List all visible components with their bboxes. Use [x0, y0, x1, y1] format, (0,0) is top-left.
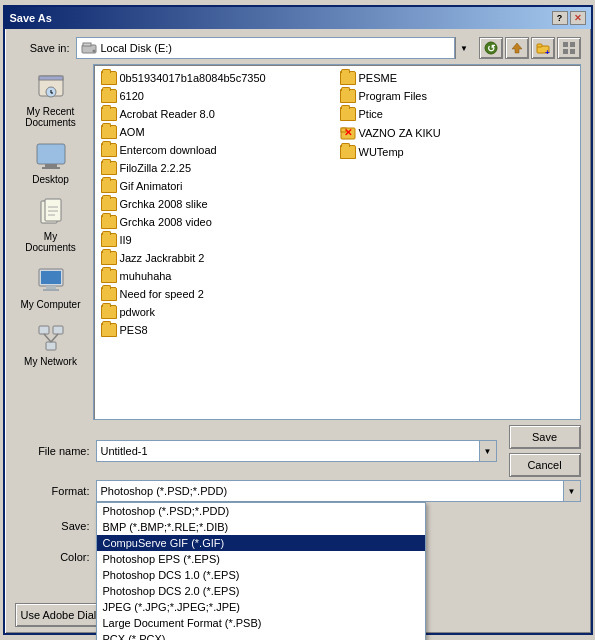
folder-icon	[101, 233, 117, 247]
svg-rect-29	[43, 289, 59, 291]
dropdown-item[interactable]: Photoshop DCS 2.0 (*.EPS)	[97, 583, 425, 599]
sidebar-item-desktop[interactable]: Desktop	[17, 136, 85, 189]
toolbar-buttons: ↺ +	[479, 37, 581, 59]
file-grid: 0b51934017b1a8084b5c7350 6120 Acrobat Re…	[98, 69, 576, 339]
svg-rect-9	[570, 42, 575, 47]
main-area: My Recent Documents Desktop My Documents	[15, 64, 581, 420]
computer-icon	[35, 265, 67, 297]
svg-point-1	[92, 50, 95, 53]
up-button[interactable]	[505, 37, 529, 59]
dropdown-item[interactable]: JPEG (*.JPG;*.JPEG;*.JPE)	[97, 599, 425, 615]
list-item[interactable]: Need for speed 2	[98, 285, 337, 303]
svg-rect-18	[37, 144, 65, 164]
svg-rect-13	[39, 76, 63, 80]
save-button[interactable]: Save	[509, 425, 581, 449]
help-button[interactable]: ?	[552, 11, 568, 25]
new-folder-button[interactable]: +	[531, 37, 555, 59]
sidebar-item-documents[interactable]: My Documents	[17, 193, 85, 257]
list-item[interactable]: AOM	[98, 123, 337, 141]
format-dropdown[interactable]: Photoshop (*.PSD;*.PDD) BMP (*.BMP;*.RLE…	[96, 502, 426, 640]
list-item[interactable]: Gif Animatori	[98, 177, 337, 195]
format-dropdown-container: Photoshop (*.PSD;*.PDD) ▼ Photoshop (*.P…	[96, 480, 581, 502]
folder-icon	[101, 287, 117, 301]
folder-icon	[101, 89, 117, 103]
save-cancel-buttons: Save Cancel	[509, 425, 581, 477]
folder-icon	[340, 71, 356, 85]
filename-arrow[interactable]: ▼	[479, 440, 497, 462]
list-item[interactable]: Grchka 2008 slike	[98, 195, 337, 213]
save-checkboxes-label: Save:	[15, 520, 90, 532]
filename-input[interactable]: Untitled-1	[96, 440, 479, 462]
save-in-arrow[interactable]: ▼	[455, 37, 473, 59]
svg-rect-6	[537, 44, 542, 47]
sidebar: My Recent Documents Desktop My Documents	[15, 64, 87, 420]
list-item[interactable]: 0b51934017b1a8084b5c7350	[98, 69, 337, 87]
svg-rect-11	[570, 49, 575, 54]
list-item[interactable]: FiloZilla 2.2.25	[98, 159, 337, 177]
list-item[interactable]: PES8	[98, 321, 337, 339]
close-button[interactable]: ✕	[570, 11, 586, 25]
list-item[interactable]: Ptice	[337, 105, 576, 123]
list-item[interactable]: pdwork	[98, 303, 337, 321]
folder-icon	[340, 89, 356, 103]
views-button[interactable]	[557, 37, 581, 59]
cancel-button[interactable]: Cancel	[509, 453, 581, 477]
back-button[interactable]: ↺	[479, 37, 503, 59]
list-item[interactable]: muhuhaha	[98, 267, 337, 285]
svg-rect-28	[46, 286, 56, 289]
sidebar-label-network: My Network	[24, 356, 77, 367]
desktop-icon	[35, 140, 67, 172]
filename-combo: Untitled-1 ▼	[96, 440, 497, 462]
save-in-combo[interactable]: Local Disk (E:)	[76, 37, 455, 59]
list-item[interactable]: Acrobat Reader 8.0	[98, 105, 337, 123]
list-item[interactable]: PESME	[337, 69, 576, 87]
list-item[interactable]: II9	[98, 231, 337, 249]
folder-icon	[101, 197, 117, 211]
list-item[interactable]: WUTemp	[337, 143, 576, 161]
drive-icon	[81, 40, 97, 56]
title-bar-buttons: ? ✕	[552, 11, 586, 25]
svg-text:+: +	[545, 48, 550, 55]
format-input[interactable]: Photoshop (*.PSD;*.PDD)	[96, 480, 563, 502]
file-col-2: PESME Program Files Ptice ✕ VAZNO ZA KIK…	[337, 69, 576, 339]
dropdown-item[interactable]: Photoshop DCS 1.0 (*.EPS)	[97, 567, 425, 583]
file-panel[interactable]: 0b51934017b1a8084b5c7350 6120 Acrobat Re…	[93, 64, 581, 420]
list-item[interactable]: ✕ VAZNO ZA KIKU	[337, 123, 576, 143]
list-item[interactable]: 6120	[98, 87, 337, 105]
sidebar-label-documents: My Documents	[20, 231, 82, 253]
filename-row: File name: Untitled-1 ▼ Save Cancel	[15, 425, 581, 477]
dropdown-item[interactable]: BMP (*.BMP;*.RLE;*.DIB)	[97, 519, 425, 535]
svg-rect-19	[45, 164, 57, 167]
list-item[interactable]: Jazz Jackrabbit 2	[98, 249, 337, 267]
dropdown-item-selected[interactable]: CompuServe GIF (*.GIF)	[97, 535, 425, 551]
folder-icon	[101, 125, 117, 139]
svg-text:✕: ✕	[344, 127, 352, 138]
dialog-content: Save in: Local Disk (E:) ▼ ↺ +	[5, 29, 591, 633]
folder-icon	[101, 71, 117, 85]
svg-rect-2	[83, 43, 91, 46]
dropdown-item[interactable]: Large Document Format (*.PSB)	[97, 615, 425, 631]
bottom-panel: File name: Untitled-1 ▼ Save Cancel Form…	[15, 425, 581, 627]
folder-icon	[340, 107, 356, 121]
dropdown-item[interactable]: Photoshop EPS (*.EPS)	[97, 551, 425, 567]
list-item[interactable]: Grchka 2008 video	[98, 213, 337, 231]
folder-icon	[101, 323, 117, 337]
folder-icon	[101, 251, 117, 265]
sidebar-label-desktop: Desktop	[32, 174, 69, 185]
sidebar-item-recent[interactable]: My Recent Documents	[17, 68, 85, 132]
format-combo: Photoshop (*.PSD;*.PDD) ▼	[96, 480, 581, 502]
list-item[interactable]: Entercom download	[98, 141, 337, 159]
documents-icon	[35, 197, 67, 229]
dropdown-item[interactable]: PCX (*.PCX)	[97, 631, 425, 640]
svg-rect-10	[563, 49, 568, 54]
dropdown-item[interactable]: Photoshop (*.PSD;*.PDD)	[97, 503, 425, 519]
dialog-title: Save As	[10, 12, 52, 24]
network-icon	[35, 322, 67, 354]
sidebar-item-network[interactable]: My Network	[17, 318, 85, 371]
list-item[interactable]: Program Files	[337, 87, 576, 105]
file-col-1: 0b51934017b1a8084b5c7350 6120 Acrobat Re…	[98, 69, 337, 339]
sidebar-item-computer[interactable]: My Computer	[17, 261, 85, 314]
color-label: Color:	[15, 551, 90, 563]
format-arrow[interactable]: ▼	[563, 480, 581, 502]
folder-icon	[101, 305, 117, 319]
